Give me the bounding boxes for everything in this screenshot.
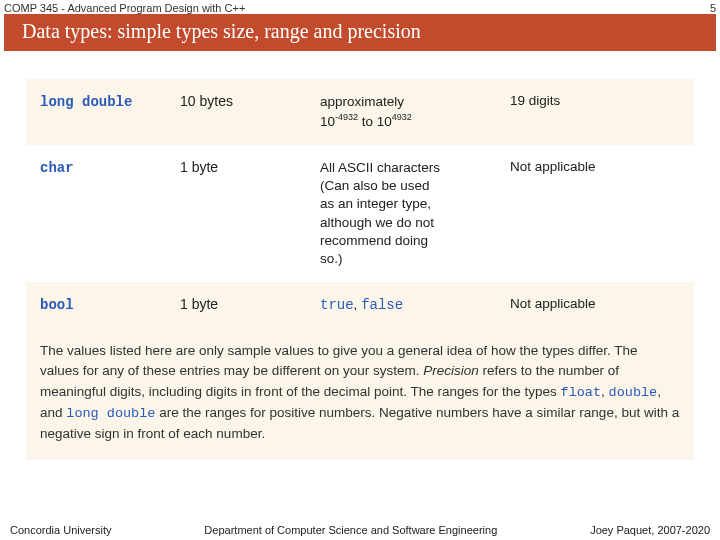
page-number: 5 bbox=[710, 2, 716, 14]
course-code: COMP 345 - Advanced Program Design with … bbox=[4, 2, 245, 14]
type-cell: long double bbox=[40, 93, 180, 131]
table-row: char1 byteAll ASCII characters(Can also … bbox=[26, 145, 694, 282]
range-cell: All ASCII characters(Can also be usedas … bbox=[320, 159, 510, 268]
size-cell: 10 bytes bbox=[180, 93, 320, 131]
header-course: COMP 345 - Advanced Program Design with … bbox=[0, 0, 720, 14]
table-caption: The values listed here are only sample v… bbox=[26, 329, 694, 460]
footer-left: Concordia University bbox=[10, 524, 111, 536]
size-cell: 1 byte bbox=[180, 296, 320, 315]
footer: Concordia University Department of Compu… bbox=[0, 524, 720, 536]
table-row: bool1 bytetrue, falseNot applicable bbox=[26, 282, 694, 329]
precision-cell: 19 digits bbox=[510, 93, 650, 131]
table-row: long double10 bytesapproximately10-4932 … bbox=[26, 79, 694, 145]
footer-right: Joey Paquet, 2007-2020 bbox=[590, 524, 710, 536]
precision-cell: Not applicable bbox=[510, 159, 650, 268]
slide-title: Data types: simple types size, range and… bbox=[4, 14, 716, 51]
type-cell: char bbox=[40, 159, 180, 268]
type-cell: bool bbox=[40, 296, 180, 315]
precision-cell: Not applicable bbox=[510, 296, 650, 315]
footer-center: Department of Computer Science and Softw… bbox=[111, 524, 590, 536]
types-table: long double10 bytesapproximately10-4932 … bbox=[26, 79, 694, 460]
range-cell: approximately10-4932 to 104932 bbox=[320, 93, 510, 131]
size-cell: 1 byte bbox=[180, 159, 320, 268]
content-area: long double10 bytesapproximately10-4932 … bbox=[0, 51, 720, 460]
range-cell: true, false bbox=[320, 296, 510, 315]
